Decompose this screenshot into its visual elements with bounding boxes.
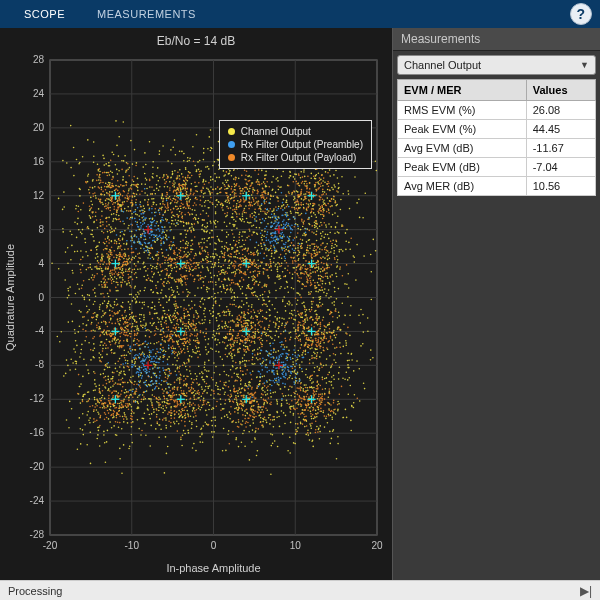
svg-text:-20: -20 (43, 540, 58, 551)
measurements-pane: Measurements Channel Output ▼ EVM / MER … (392, 28, 600, 580)
legend-item: Rx Filter Output (Payload) (228, 151, 363, 164)
status-text: Processing (8, 585, 62, 597)
svg-text:8: 8 (38, 224, 44, 235)
svg-text:24: 24 (33, 88, 45, 99)
status-bar: Processing ▶| (0, 580, 600, 600)
svg-text:-10: -10 (125, 540, 140, 551)
table-row: Avg EVM (dB)-11.67 (398, 139, 596, 158)
svg-text:-8: -8 (35, 359, 44, 370)
legend-dot-icon (228, 128, 235, 135)
svg-text:-4: -4 (35, 325, 44, 336)
legend-dot-icon (228, 141, 235, 148)
top-toolbar: SCOPE MEASUREMENTS ? (0, 0, 600, 28)
chevron-down-icon: ▼ (580, 60, 589, 70)
legend-item: Rx Filter Output (Preamble) (228, 138, 363, 151)
value-cell: -11.67 (526, 139, 595, 158)
svg-text:28: 28 (33, 54, 45, 65)
value-cell: 26.08 (526, 101, 595, 120)
value-cell: -7.04 (526, 158, 595, 177)
skip-end-icon[interactable]: ▶| (580, 584, 592, 598)
legend-item: Channel Output (228, 125, 363, 138)
plot-area[interactable]: -20-1001020-28-24-20-16-12-8-40481216202… (0, 50, 392, 580)
table-row: RMS EVM (%)26.08 (398, 101, 596, 120)
signal-select[interactable]: Channel Output ▼ (397, 55, 596, 75)
svg-text:In-phase Amplitude: In-phase Amplitude (166, 562, 260, 574)
legend-label: Rx Filter Output (Preamble) (241, 139, 363, 150)
tab-scope[interactable]: SCOPE (8, 2, 81, 26)
value-cell: 44.45 (526, 120, 595, 139)
svg-text:12: 12 (33, 190, 45, 201)
svg-text:Quadrature Amplitude: Quadrature Amplitude (4, 244, 16, 351)
col-metric: EVM / MER (398, 80, 527, 101)
svg-text:0: 0 (38, 292, 44, 303)
legend-label: Channel Output (241, 126, 311, 137)
value-cell: 10.56 (526, 177, 595, 196)
help-icon[interactable]: ? (570, 3, 592, 25)
legend: Channel Output Rx Filter Output (Preambl… (219, 120, 372, 169)
metric-cell: RMS EVM (%) (398, 101, 527, 120)
svg-text:20: 20 (371, 540, 383, 551)
tab-measurements[interactable]: MEASUREMENTS (81, 2, 212, 26)
measurements-header: Measurements (393, 28, 600, 51)
table-row: Peak EVM (dB)-7.04 (398, 158, 596, 177)
metric-cell: Avg EVM (dB) (398, 139, 527, 158)
legend-label: Rx Filter Output (Payload) (241, 152, 357, 163)
measurements-table: EVM / MER Values RMS EVM (%)26.08Peak EV… (397, 79, 596, 196)
metric-cell: Peak EVM (dB) (398, 158, 527, 177)
svg-text:10: 10 (290, 540, 302, 551)
svg-text:-24: -24 (30, 495, 45, 506)
svg-text:20: 20 (33, 122, 45, 133)
table-row: Avg MER (dB)10.56 (398, 177, 596, 196)
table-row: Peak EVM (%)44.45 (398, 120, 596, 139)
svg-text:-20: -20 (30, 461, 45, 472)
col-value: Values (526, 80, 595, 101)
plot-pane: Eb/No = 14 dB -20-1001020-28-24-20-16-12… (0, 28, 392, 580)
svg-text:-12: -12 (30, 393, 45, 404)
legend-dot-icon (228, 154, 235, 161)
svg-text:-28: -28 (30, 529, 45, 540)
metric-cell: Peak EVM (%) (398, 120, 527, 139)
plot-title: Eb/No = 14 dB (0, 28, 392, 50)
svg-text:0: 0 (211, 540, 217, 551)
signal-select-value: Channel Output (404, 59, 481, 71)
svg-text:4: 4 (38, 258, 44, 269)
svg-text:-16: -16 (30, 427, 45, 438)
metric-cell: Avg MER (dB) (398, 177, 527, 196)
svg-text:16: 16 (33, 156, 45, 167)
